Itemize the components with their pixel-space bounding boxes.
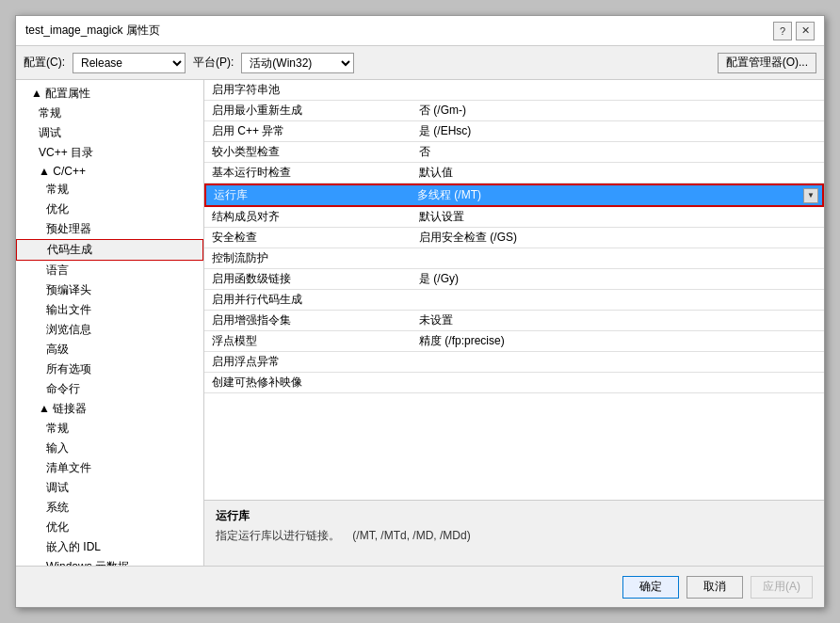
prop-row: 控制流防护 [204, 248, 824, 269]
sidebar-item-cpp-general[interactable]: 常规 [16, 180, 203, 200]
prop-value: 默认设置 [412, 207, 824, 227]
prop-row: 启用函数级链接是 (/Gy) [204, 269, 824, 290]
prop-name: 启用函数级链接 [204, 269, 412, 289]
prop-name: 基本运行时检查 [204, 163, 412, 183]
prop-row: 启用 C++ 异常是 (/EHsc) [204, 121, 824, 142]
prop-row: 启用增强指令集未设置 [204, 311, 824, 331]
config-label: 配置(C): [24, 55, 65, 71]
sidebar-item-vc-dirs[interactable]: VC++ 目录 [16, 143, 203, 163]
prop-row: 启用最小重新生成否 (/Gm-) [204, 101, 824, 121]
main-content: ▲ 配置属性常规调试VC++ 目录▲ C/C++常规优化预处理器代码生成语言预编… [16, 80, 824, 566]
toolbar: 配置(C): Release 平台(P): 活动(Win32) 配置管理器(O)… [16, 46, 824, 80]
main-dialog: test_image_magick 属性页 ? ✕ 配置(C): Release… [15, 15, 825, 608]
prop-row: 浮点模型精度 (/fp:precise) [204, 331, 824, 352]
sidebar-item-linker-general[interactable]: 常规 [16, 419, 203, 439]
prop-name: 运行库 [206, 185, 413, 205]
sidebar-item-language[interactable]: 语言 [16, 261, 203, 280]
prop-row: 较小类型检查否 [204, 142, 824, 163]
prop-name: 启用浮点异常 [204, 352, 412, 372]
prop-value [412, 257, 824, 261]
prop-row: 基本运行时检查默认值 [204, 163, 824, 184]
sidebar-item-cpp-optimize[interactable]: 优化 [16, 200, 203, 219]
cancel-button[interactable]: 取消 [687, 576, 743, 599]
sidebar-item-system[interactable]: 系统 [16, 498, 203, 518]
prop-name: 安全检查 [204, 228, 412, 248]
prop-name: 较小类型检查 [204, 142, 412, 162]
sidebar-item-win-meta[interactable]: Windows 元数据 [16, 557, 203, 566]
properties-table: 启用字符串池启用最小重新生成否 (/Gm-)启用 C++ 异常是 (/EHsc)… [204, 80, 824, 500]
sidebar-item-preprocessor[interactable]: 预处理器 [16, 219, 203, 239]
prop-value: 是 (/Gy) [412, 269, 824, 289]
title-bar: test_image_magick 属性页 ? ✕ [16, 16, 824, 46]
dropdown-arrow-icon[interactable]: ▼ [803, 188, 818, 203]
prop-value: 精度 (/fp:precise) [412, 331, 824, 351]
help-button[interactable]: ? [773, 22, 792, 40]
apply-button[interactable]: 应用(A) [751, 576, 813, 599]
prop-row[interactable]: 运行库多线程 (/MT)▼ [204, 184, 824, 207]
prop-value-dropdown[interactable]: 多线程 (/MT)▼ [413, 185, 822, 205]
prop-value [412, 298, 824, 302]
dialog-title: test_image_magick 属性页 [25, 23, 160, 39]
prop-value: 否 (/Gm-) [412, 101, 824, 120]
prop-value: 未设置 [412, 311, 824, 330]
sidebar-item-cmdline[interactable]: 命令行 [16, 379, 203, 399]
sidebar-item-linker-optimize[interactable]: 优化 [16, 518, 203, 537]
prop-value: 是 (/EHsc) [412, 121, 824, 141]
prop-value [412, 88, 824, 92]
sidebar-item-code-gen[interactable]: 代码生成 [16, 239, 203, 261]
prop-row: 安全检查启用安全检查 (/GS) [204, 228, 824, 248]
sidebar-item-browse-info[interactable]: 浏览信息 [16, 320, 203, 340]
prop-name: 浮点模型 [204, 331, 412, 351]
prop-value [412, 360, 824, 364]
platform-label: 平台(P): [193, 55, 234, 71]
prop-name: 启用增强指令集 [204, 311, 412, 330]
sidebar-item-cpp[interactable]: ▲ C/C++ [16, 163, 203, 180]
prop-name: 结构成员对齐 [204, 207, 412, 227]
sidebar-item-config-props[interactable]: ▲ 配置属性 [16, 84, 203, 104]
config-manager-button[interactable]: 配置管理器(O)... [718, 53, 816, 73]
bottom-desc: 指定运行库以进行链接。 (/MT, /MTd, /MD, /MDd) [216, 528, 813, 544]
sidebar-item-general[interactable]: 常规 [16, 104, 203, 123]
config-select[interactable]: Release [73, 53, 186, 73]
confirm-button[interactable]: 确定 [622, 576, 679, 599]
sidebar: ▲ 配置属性常规调试VC++ 目录▲ C/C++常规优化预处理器代码生成语言预编… [16, 80, 204, 566]
sidebar-item-precompile[interactable]: 预编译头 [16, 280, 203, 300]
title-controls: ? ✕ [773, 22, 815, 40]
sidebar-item-manifest[interactable]: 清单文件 [16, 458, 203, 478]
close-button[interactable]: ✕ [796, 22, 815, 40]
sidebar-item-idl[interactable]: 嵌入的 IDL [16, 537, 203, 557]
prop-name: 创建可热修补映像 [204, 373, 412, 392]
sidebar-item-linker-debug[interactable]: 调试 [16, 478, 203, 498]
prop-row: 启用并行代码生成 [204, 290, 824, 311]
prop-name: 启用并行代码生成 [204, 290, 412, 310]
prop-row: 结构成员对齐默认设置 [204, 207, 824, 228]
prop-value-text: 多线程 (/MT) [417, 187, 481, 203]
sidebar-item-all-options[interactable]: 所有选项 [16, 359, 203, 379]
prop-row: 启用浮点异常 [204, 352, 824, 373]
sidebar-item-debug[interactable]: 调试 [16, 123, 203, 143]
prop-name: 启用 C++ 异常 [204, 121, 412, 141]
prop-value: 默认值 [412, 163, 824, 183]
bottom-title: 运行库 [216, 508, 813, 524]
prop-name: 启用字符串池 [204, 80, 412, 100]
platform-select[interactable]: 活动(Win32) [241, 53, 354, 73]
prop-name: 启用最小重新生成 [204, 101, 412, 120]
sidebar-item-advanced[interactable]: 高级 [16, 340, 203, 359]
prop-name: 控制流防护 [204, 248, 412, 268]
prop-row: 启用字符串池 [204, 80, 824, 101]
sidebar-item-linker-input[interactable]: 输入 [16, 439, 203, 458]
sidebar-item-linker[interactable]: ▲ 链接器 [16, 399, 203, 419]
prop-value [412, 381, 824, 385]
bottom-panel: 运行库 指定运行库以进行链接。 (/MT, /MTd, /MD, /MDd) [204, 500, 824, 566]
right-panel: 启用字符串池启用最小重新生成否 (/Gm-)启用 C++ 异常是 (/EHsc)… [204, 80, 824, 566]
sidebar-item-output-files[interactable]: 输出文件 [16, 300, 203, 320]
prop-value: 否 [412, 142, 824, 162]
prop-row: 创建可热修补映像 [204, 373, 824, 393]
prop-value: 启用安全检查 (/GS) [412, 228, 824, 248]
footer: 确定 取消 应用(A) [16, 566, 824, 607]
